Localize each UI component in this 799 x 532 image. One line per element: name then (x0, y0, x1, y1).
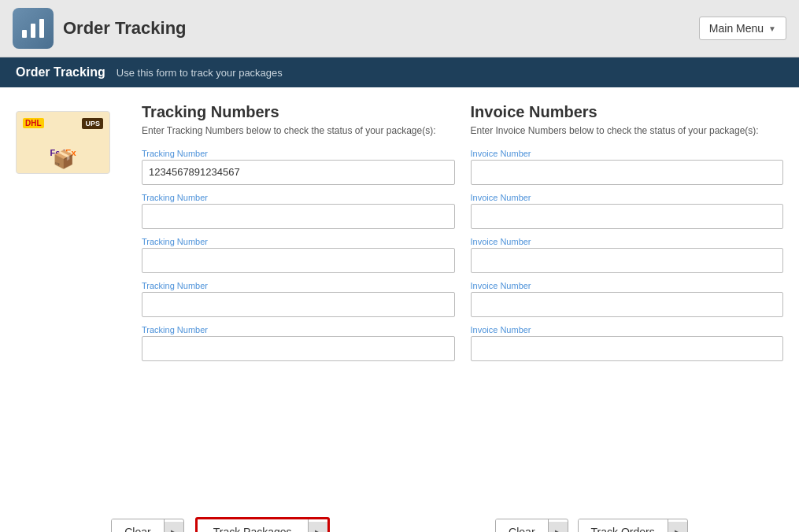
main-content: DHL UPS FedEx 📦 Tracking Numbers Enter T… (0, 87, 799, 504)
invoice-label-4: Invoice Number (471, 281, 784, 290)
clear-left-label: Clear (112, 519, 164, 532)
main-menu-button[interactable]: Main Menu ▼ (699, 17, 786, 40)
clear-right-arrow-icon: ▶ (549, 522, 568, 533)
invoice-title: Invoice Numbers (471, 103, 784, 121)
tracking-label-5: Tracking Number (142, 325, 455, 334)
invoice-label-1: Invoice Number (471, 149, 784, 158)
tracking-input-1[interactable] (142, 160, 455, 185)
clear-right-button[interactable]: Clear ▶ (495, 519, 568, 532)
clear-left-button[interactable]: Clear ▶ (111, 519, 183, 532)
page-banner: Order Tracking Use this form to track yo… (0, 57, 799, 87)
invoice-field-2: Invoice Number (471, 193, 784, 229)
track-packages-button[interactable]: Track Packages ▶ (195, 517, 330, 532)
clear-left-arrow-icon: ▶ (165, 522, 183, 533)
svg-rect-1 (31, 24, 35, 38)
tracking-field-1: Tracking Number (142, 149, 455, 185)
chart-icon (20, 16, 46, 41)
packages-image: 📦 (53, 150, 74, 170)
tracking-label-4: Tracking Number (142, 281, 455, 290)
ups-logo: UPS (82, 118, 103, 129)
tracking-field-3: Tracking Number (142, 237, 455, 273)
tracking-label-3: Tracking Number (142, 237, 455, 246)
svg-rect-0 (22, 30, 27, 38)
tracking-field-4: Tracking Number (142, 281, 455, 317)
invoice-input-5[interactable] (471, 336, 784, 361)
right-button-group: Clear ▶ Track Orders ▶ (495, 517, 688, 532)
invoice-field-1: Invoice Number (471, 149, 784, 185)
track-packages-arrow-icon: ▶ (309, 522, 327, 533)
track-orders-arrow-icon: ▶ (668, 522, 687, 533)
tracking-input-4[interactable] (142, 292, 455, 317)
tracking-input-3[interactable] (142, 248, 455, 273)
track-orders-button[interactable]: Track Orders ▶ (578, 519, 688, 532)
shipping-logos: DHL UPS FedEx 📦 (16, 111, 110, 174)
track-packages-label: Track Packages (198, 519, 309, 532)
invoice-label-2: Invoice Number (471, 193, 784, 202)
invoice-column: Invoice Numbers Enter Invoice Numbers be… (471, 103, 784, 369)
tracking-input-2[interactable] (142, 204, 455, 229)
content-body: DHL UPS FedEx 📦 Tracking Numbers Enter T… (16, 103, 783, 369)
tracking-desc: Enter Tracking Numbers below to check th… (142, 124, 455, 138)
invoice-label-3: Invoice Number (471, 237, 784, 246)
invoice-input-4[interactable] (471, 292, 784, 317)
track-orders-label: Track Orders (579, 519, 668, 532)
tracking-column: Tracking Numbers Enter Tracking Numbers … (142, 103, 455, 369)
chevron-down-icon: ▼ (768, 24, 776, 33)
tracking-field-2: Tracking Number (142, 193, 455, 229)
invoice-input-1[interactable] (471, 160, 784, 185)
app-icon (13, 8, 54, 49)
dhl-logo: DHL (23, 118, 44, 128)
main-menu-label: Main Menu (709, 22, 764, 35)
tracking-field-5: Tracking Number (142, 325, 455, 361)
tracking-label-2: Tracking Number (142, 193, 455, 202)
app-title: Order Tracking (63, 18, 187, 39)
bottom-buttons: Clear ▶ Track Packages ▶ Clear ▶ Track O… (0, 504, 799, 532)
tracking-label-1: Tracking Number (142, 149, 455, 158)
svg-rect-2 (39, 19, 44, 38)
logo-area: DHL UPS FedEx 📦 (16, 103, 142, 369)
invoice-field-3: Invoice Number (471, 237, 784, 273)
app-header: Order Tracking Main Menu ▼ (0, 0, 799, 57)
tracking-input-5[interactable] (142, 336, 455, 361)
invoice-input-3[interactable] (471, 248, 784, 273)
columns-area: Tracking Numbers Enter Tracking Numbers … (142, 103, 783, 369)
left-button-group: Clear ▶ Track Packages ▶ (111, 517, 335, 532)
clear-right-label: Clear (496, 519, 548, 532)
tracking-title: Tracking Numbers (142, 103, 455, 121)
invoice-field-5: Invoice Number (471, 325, 784, 361)
invoice-desc: Enter Invoice Numbers below to check the… (471, 124, 784, 138)
invoice-label-5: Invoice Number (471, 325, 784, 334)
header-left: Order Tracking (13, 8, 187, 49)
invoice-input-2[interactable] (471, 204, 784, 229)
banner-title: Order Tracking (16, 65, 105, 79)
banner-subtitle: Use this form to track your packages (117, 67, 283, 79)
invoice-field-4: Invoice Number (471, 281, 784, 317)
